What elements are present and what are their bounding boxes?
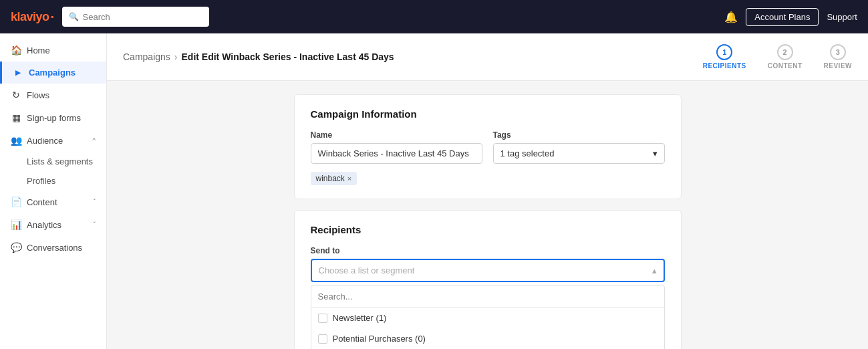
content-icon: 📄 — [11, 197, 21, 207]
dropdown-search-input[interactable] — [318, 292, 658, 302]
send-to-label: Send to — [311, 246, 665, 255]
tag-winback: winback × — [311, 172, 357, 185]
breadcrumb-separator: › — [174, 51, 178, 62]
conversations-icon: 💬 — [11, 242, 21, 253]
sidebar-label-home: Home — [27, 45, 50, 55]
main-layout: 🏠 Home ▶ Campaigns ↻ Flows ▦ Sign-up for… — [0, 33, 868, 349]
recipients-card: Recipients Send to Choose a list or segm… — [294, 210, 682, 349]
breadcrumb-campaigns-link[interactable]: Campaigns — [123, 51, 170, 62]
step-2-circle: 2 — [777, 44, 793, 60]
checkbox-potential-purchasers[interactable] — [318, 334, 327, 344]
sidebar-item-signup-forms[interactable]: ▦ Sign-up forms — [0, 106, 106, 129]
search-box[interactable]: 🔍 — [62, 7, 209, 27]
home-icon: 🏠 — [11, 45, 21, 55]
logo: klaviyo· — [11, 10, 54, 24]
campaign-info-fields: Name Tags 1 tag selected ▾ — [311, 130, 665, 164]
audience-icon: 👥 — [11, 135, 21, 146]
sidebar-item-lists-segments[interactable]: Lists & segments — [0, 152, 106, 171]
sidebar-item-profiles[interactable]: Profiles — [0, 171, 106, 191]
signup-forms-icon: ▦ — [11, 112, 21, 123]
tags-select[interactable]: 1 tag selected ▾ — [493, 143, 665, 164]
sidebar-label-signup-forms: Sign-up forms — [27, 113, 81, 123]
sidebar-item-audience[interactable]: 👥 Audience ^ — [0, 129, 106, 152]
list-item-label-potential-purchasers: Potential Purchasers (0) — [333, 334, 426, 344]
breadcrumb: Campaigns › Edit Edit Winback Series - I… — [123, 51, 394, 62]
step-2-label: CONTENT — [768, 62, 803, 70]
content-chevron-icon: ˇ — [94, 199, 96, 206]
name-label: Name — [311, 130, 482, 140]
content-area: Campaigns › Edit Edit Winback Series - I… — [107, 33, 868, 349]
flows-icon: ↻ — [11, 90, 21, 100]
sidebar-item-content[interactable]: 📄 Content ˇ — [0, 191, 106, 213]
sidebar-label-audience: Audience — [27, 136, 63, 146]
campaigns-icon: ▶ — [13, 69, 23, 76]
topnav-right: 🔔 Account Plans Support — [724, 8, 857, 26]
recipients-title: Recipients — [311, 224, 665, 235]
tags-value: 1 tag selected — [500, 148, 555, 158]
step-3-label: REVIEW — [824, 62, 852, 70]
sidebar-item-campaigns[interactable]: ▶ Campaigns — [0, 62, 106, 84]
name-group: Name — [311, 130, 482, 164]
dropdown-list: Newsletter (1) Potential Purchasers (0) … — [311, 308, 664, 349]
dropdown-panel: Newsletter (1) Potential Purchasers (0) … — [311, 285, 665, 349]
search-input[interactable] — [83, 12, 202, 22]
send-to-dropdown[interactable]: Choose a list or segment ▴ — [311, 259, 665, 282]
send-to-chevron-icon: ▴ — [652, 265, 657, 275]
campaign-info-card: Campaign Information Name Tags 1 tag sel… — [294, 94, 682, 199]
sidebar-label-analytics: Analytics — [27, 220, 61, 230]
step-1-circle: 1 — [716, 44, 732, 60]
tag-label: winback — [316, 174, 345, 183]
sidebar-item-conversations[interactable]: 💬 Conversations — [0, 236, 106, 259]
sidebar-item-home[interactable]: 🏠 Home — [0, 39, 106, 62]
sidebar: 🏠 Home ▶ Campaigns ↻ Flows ▦ Sign-up for… — [0, 33, 107, 349]
campaign-info-title: Campaign Information — [311, 108, 665, 120]
dropdown-search-container — [311, 285, 664, 308]
account-plans-button[interactable]: Account Plans — [746, 8, 819, 26]
analytics-chevron-icon: ˇ — [94, 221, 96, 229]
analytics-icon: 📊 — [11, 219, 21, 230]
list-item-label-newsletter: Newsletter (1) — [333, 313, 387, 323]
tag-container: winback × — [311, 172, 665, 185]
step-3-circle: 3 — [830, 44, 846, 60]
sidebar-label-content: Content — [27, 197, 57, 207]
step-1-label: RECIPIENTS — [703, 62, 746, 70]
sidebar-label-conversations: Conversations — [27, 243, 82, 253]
logo-dot: · — [51, 10, 54, 23]
checkbox-newsletter[interactable] — [318, 314, 327, 323]
step-1-recipients: 1 RECIPIENTS — [703, 44, 746, 70]
step-3-review: 3 REVIEW — [824, 44, 852, 70]
sidebar-item-flows[interactable]: ↻ Flows — [0, 84, 106, 106]
step-indicators: 1 RECIPIENTS 2 CONTENT 3 REVIEW — [703, 44, 852, 70]
logo-text: klaviyo — [11, 10, 49, 24]
step-2-content: 2 CONTENT — [768, 44, 803, 70]
page-header: Campaigns › Edit Edit Winback Series - I… — [107, 33, 868, 81]
breadcrumb-current: Edit Edit Winback Series - Inactive Last… — [182, 51, 394, 62]
bell-icon[interactable]: 🔔 — [724, 11, 738, 23]
form-body: Campaign Information Name Tags 1 tag sel… — [107, 81, 868, 349]
sidebar-label-flows: Flows — [27, 90, 49, 100]
send-to-placeholder: Choose a list or segment — [319, 265, 415, 275]
list-item-potential-purchasers[interactable]: Potential Purchasers (0) — [311, 328, 664, 349]
name-input[interactable] — [311, 143, 482, 164]
audience-chevron-icon: ^ — [92, 137, 96, 144]
sidebar-label-campaigns: Campaigns — [29, 68, 76, 78]
sidebar-item-analytics[interactable]: 📊 Analytics ˇ — [0, 213, 106, 236]
tags-label: Tags — [493, 130, 665, 140]
list-item-newsletter[interactable]: Newsletter (1) — [311, 308, 664, 328]
support-link[interactable]: Support — [827, 12, 857, 22]
tags-group: Tags 1 tag selected ▾ — [493, 130, 665, 164]
search-icon: 🔍 — [69, 12, 79, 21]
tag-close-icon[interactable]: × — [347, 174, 351, 183]
topnav: klaviyo· 🔍 🔔 Account Plans Support — [0, 0, 868, 33]
tags-chevron-icon: ▾ — [653, 148, 658, 158]
